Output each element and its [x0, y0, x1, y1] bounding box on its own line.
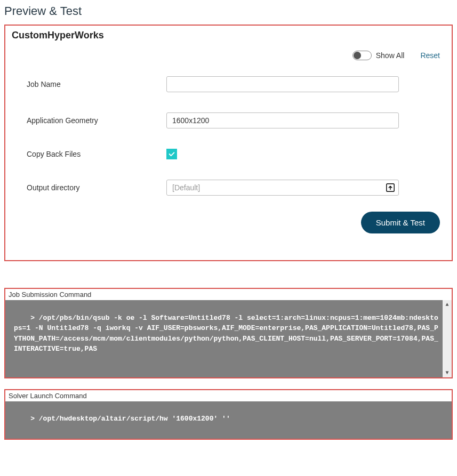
solver-launch-title: Solver Launch Command [5, 390, 452, 401]
submit-row: Submit & Test [12, 212, 445, 233]
form-panel: CustomHyperWorks Show All Reset Job Name… [4, 25, 453, 261]
row-job-name: Job Name [12, 76, 445, 92]
show-all-toggle[interactable] [352, 51, 372, 60]
page-title: Preview & Test [4, 4, 453, 18]
top-controls: Show All Reset [12, 51, 445, 60]
job-submission-panel: Job Submission Command > /opt/pbs/bin/qs… [4, 288, 453, 378]
scroll-up-icon[interactable]: ▲ [443, 300, 452, 309]
reset-link[interactable]: Reset [420, 51, 440, 60]
job-submission-title: Job Submission Command [5, 289, 452, 300]
label-job-name: Job Name [27, 80, 166, 88]
solver-launch-panel: Solver Launch Command > /opt/hwdesktop/a… [4, 389, 453, 440]
label-output-dir: Output directory [27, 183, 166, 192]
form-title: CustomHyperWorks [12, 30, 445, 41]
input-job-name[interactable] [166, 76, 399, 92]
show-all-toggle-wrap: Show All [352, 51, 405, 60]
row-copy-back: Copy Back Files [12, 149, 445, 159]
show-all-label: Show All [376, 51, 405, 60]
checkbox-copy-back[interactable] [166, 149, 177, 159]
upload-icon[interactable] [386, 183, 395, 192]
input-app-geometry[interactable] [166, 112, 399, 128]
output-dir-placeholder: [Default] [172, 183, 200, 192]
label-copy-back: Copy Back Files [27, 150, 166, 158]
input-output-dir[interactable]: [Default] [166, 180, 399, 196]
checkmark-icon [168, 150, 175, 158]
label-app-geometry: Application Geometry [27, 116, 166, 125]
submit-test-button[interactable]: Submit & Test [361, 212, 440, 233]
toggle-knob [354, 52, 361, 59]
job-submission-command: > /opt/pbs/bin/qsub -k oe -l Software=Un… [14, 314, 438, 353]
row-output-dir: Output directory [Default] [12, 180, 445, 196]
scroll-down-icon[interactable]: ▼ [443, 368, 452, 377]
row-app-geometry: Application Geometry [12, 112, 445, 128]
solver-launch-body: > /opt/hwdesktop/altair/script/hw '1600x… [5, 401, 452, 439]
solver-launch-command: > /opt/hwdesktop/altair/script/hw '1600x… [30, 415, 230, 423]
scrollbar[interactable]: ▲ ▼ [443, 300, 452, 377]
job-submission-body: > /opt/pbs/bin/qsub -k oe -l Software=Un… [5, 300, 452, 377]
